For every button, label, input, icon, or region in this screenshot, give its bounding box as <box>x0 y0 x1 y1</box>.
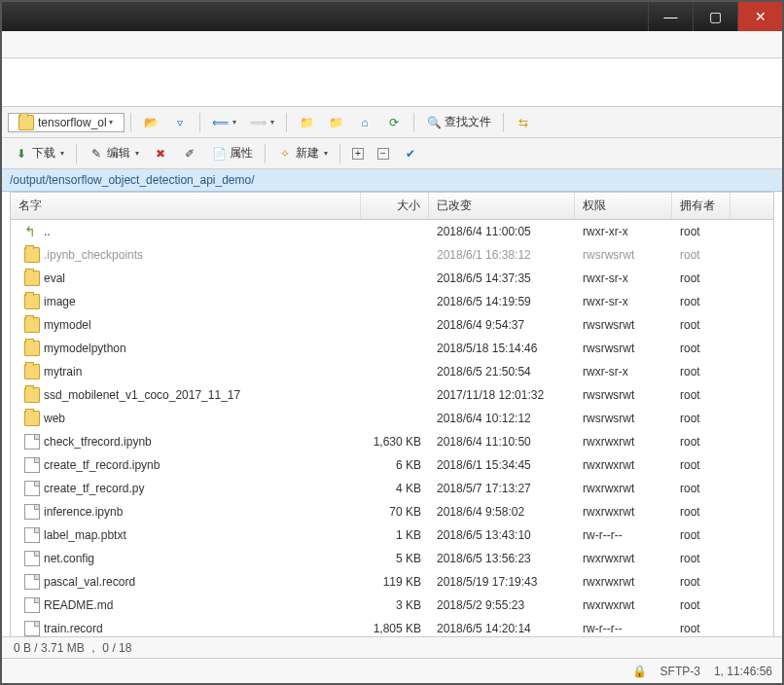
table-row[interactable]: pascal_val.record119 KB2018/5/19 17:19:4… <box>11 570 773 594</box>
lock-icon: 🔒 <box>632 665 647 678</box>
col-perm[interactable]: 权限 <box>575 193 672 219</box>
footer-bar: 🔒 SFTP-3 1, 11:46:56 <box>2 658 782 683</box>
col-name[interactable]: 名字 <box>11 193 361 219</box>
file-size: 1,630 KB <box>361 433 429 451</box>
table-row[interactable]: check_tfrecord.ipynb1,630 KB2018/6/4 11:… <box>11 430 773 453</box>
open-folder-icon: 📂 <box>143 115 159 130</box>
plus-icon: + <box>352 148 364 160</box>
table-row[interactable]: create_tf_record.ipynb6 KB2018/6/1 15:34… <box>11 453 773 477</box>
file-perm: rwxrwxrwt <box>575 596 672 614</box>
file-owner: root <box>672 596 731 614</box>
folder-icon <box>24 411 40 426</box>
protocol-label: SFTP-3 <box>660 665 700 678</box>
file-owner: root <box>672 363 731 380</box>
root-dir-button[interactable]: 📁 <box>322 112 349 133</box>
menu-bar <box>2 31 782 58</box>
file-date: 2018/6/4 11:10:50 <box>429 433 575 451</box>
file-perm: rwxr-sr-x <box>575 270 672 287</box>
refresh-button[interactable]: ⟳ <box>380 112 408 133</box>
check-icon: ✔ <box>403 146 418 162</box>
file-name: pascal_val.record <box>44 575 135 589</box>
maximize-button[interactable]: ▢ <box>693 2 737 31</box>
home-button[interactable]: ⌂ <box>351 112 378 133</box>
table-row[interactable]: inference.ipynb70 KB2018/6/4 9:58:02rwxr… <box>11 500 773 523</box>
file-name: image <box>44 295 76 308</box>
file-perm: rwsrwsrwt <box>575 246 672 264</box>
file-perm: rwsrwsrwt <box>575 316 672 334</box>
col-owner[interactable]: 拥有者 <box>672 193 731 219</box>
find-files-button[interactable]: 🔍查找文件 <box>420 111 497 133</box>
table-row[interactable]: .ipynb_checkpoints2018/6/1 16:38:12rwsrw… <box>11 243 773 267</box>
properties-button[interactable]: 📄属性 <box>205 142 259 164</box>
folder-icon <box>18 115 34 130</box>
folder-root-icon: 📁 <box>328 115 343 130</box>
filter-icon: ▿ <box>172 115 188 130</box>
open-folder-button[interactable]: 📂 <box>137 112 164 133</box>
upper-pane <box>2 58 782 107</box>
delete-button[interactable]: ✖ <box>147 143 174 164</box>
select-button[interactable]: ✔ <box>397 143 424 164</box>
table-row[interactable]: eval2018/6/5 14:37:35rwxr-sr-xroot <box>11 267 773 290</box>
file-perm: rwsrwsrwt <box>575 340 672 357</box>
parent-dir-button[interactable]: 📁 <box>293 112 320 133</box>
new-button[interactable]: ✧新建▾ <box>271 142 334 164</box>
file-name: train.record <box>44 622 103 635</box>
file-date: 2018/6/4 9:58:02 <box>429 503 575 521</box>
table-row[interactable]: mymodel2018/6/4 9:54:37rwsrwsrwtroot <box>11 313 773 337</box>
table-row[interactable]: web2018/6/4 10:12:12rwsrwsrwtroot <box>11 407 773 430</box>
search-icon: 🔍 <box>426 115 442 130</box>
file-date: 2017/11/18 12:01:32 <box>429 386 575 404</box>
file-date: 2018/6/5 13:43:10 <box>429 526 575 544</box>
address-box[interactable]: tensorflow_ol ▾ <box>8 113 125 132</box>
table-row[interactable]: README.md3 KB2018/5/2 9:55:23rwxrwxrwtro… <box>11 594 773 617</box>
expand-button[interactable]: + <box>346 145 370 162</box>
file-name: ssd_mobilenet_v1_coco_2017_11_17 <box>44 388 240 402</box>
table-row[interactable]: net.config5 KB2018/6/5 13:56:23rwxrwxrwt… <box>11 547 773 570</box>
table-row[interactable]: mymodelpython2018/5/18 15:14:46rwsrwsrwt… <box>11 337 773 360</box>
file-size <box>361 276 429 280</box>
back-button[interactable]: ⟸▾ <box>206 112 242 133</box>
file-perm: rwxr-sr-x <box>575 363 672 380</box>
download-button[interactable]: ⬇下载▾ <box>8 142 70 164</box>
find-label: 查找文件 <box>445 114 491 130</box>
filter-button[interactable]: ▿ <box>166 112 194 133</box>
close-button[interactable]: ✕ <box>737 2 782 31</box>
file-owner: root <box>672 573 731 591</box>
file-size: 6 KB <box>361 456 429 474</box>
file-name: web <box>44 412 65 425</box>
table-row[interactable]: image2018/6/5 14:19:59rwxr-sr-xroot <box>11 290 773 313</box>
file-size: 5 KB <box>361 550 429 567</box>
file-icon <box>24 551 40 566</box>
file-name: mymodel <box>44 318 91 332</box>
file-perm: rwxrwxrwt <box>575 480 672 497</box>
file-size <box>361 393 429 397</box>
minimize-button[interactable]: — <box>648 2 693 31</box>
table-row[interactable]: ..2018/6/4 11:00:05rwxr-xr-xroot <box>11 220 773 243</box>
col-changed[interactable]: 已改变 <box>429 193 575 219</box>
file-owner: root <box>672 316 731 334</box>
file-owner: root <box>672 386 731 404</box>
folder-icon <box>24 364 40 379</box>
file-owner: root <box>672 456 731 474</box>
forward-button[interactable]: ⟹▾ <box>244 112 280 133</box>
file-owner: root <box>672 526 731 544</box>
column-headers: 名字 大小 已改变 权限 拥有者 <box>11 193 773 220</box>
rename-button[interactable]: ✐ <box>176 143 203 164</box>
table-row[interactable]: ssd_mobilenet_v1_coco_2017_11_172017/11/… <box>11 383 773 407</box>
file-date: 2018/6/5 14:20:14 <box>429 620 575 637</box>
table-row[interactable]: create_tf_record.py4 KB2018/5/7 17:13:27… <box>11 477 773 500</box>
file-list[interactable]: 名字 大小 已改变 权限 拥有者 ..2018/6/4 11:00:05rwxr… <box>10 192 774 639</box>
path-bar[interactable]: /output/tensorflow_object_detection_api_… <box>2 169 782 192</box>
sync-button[interactable]: ⇆ <box>510 112 537 133</box>
table-row[interactable]: label_map.pbtxt1 KB2018/6/5 13:43:10rw-r… <box>11 523 773 547</box>
file-name: label_map.pbtxt <box>44 528 126 542</box>
download-icon: ⬇ <box>14 146 29 162</box>
table-row[interactable]: mytrain2018/6/5 21:50:54rwxr-sr-xroot <box>11 360 773 383</box>
sync-icon: ⇆ <box>516 115 531 130</box>
back-icon: ⟸ <box>212 115 228 130</box>
file-name: mymodelpython <box>44 342 126 355</box>
folder-icon <box>24 270 40 286</box>
edit-button[interactable]: ✎编辑▾ <box>83 142 145 164</box>
collapse-button[interactable]: − <box>372 145 395 162</box>
col-size[interactable]: 大小 <box>361 193 429 219</box>
